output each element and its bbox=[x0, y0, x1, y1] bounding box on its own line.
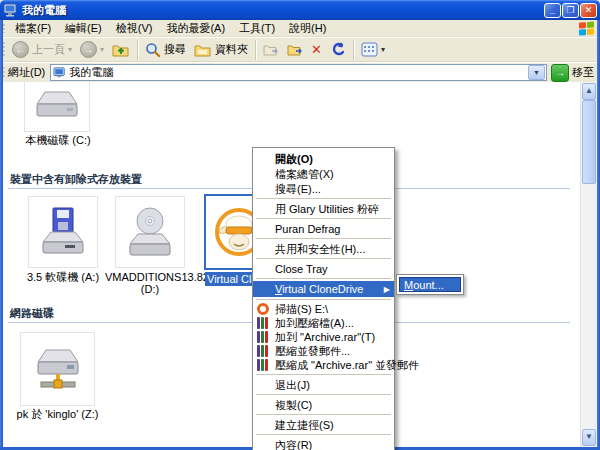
drive-label-a[interactable]: 3.5 軟碟機 (A:) bbox=[18, 271, 108, 283]
add-to-archive-rar-label: 加到 "Archive.rar"(T) bbox=[275, 331, 375, 343]
context-item-open[interactable]: 開啟(O) bbox=[253, 151, 394, 166]
back-label: 上一頁 bbox=[32, 42, 65, 57]
menu-edit[interactable]: 編輯(E) bbox=[58, 20, 109, 37]
views-icon bbox=[361, 42, 378, 57]
address-bar: 網址(D) 我的電腦 ▼ → 移至 bbox=[0, 62, 600, 82]
menu-separator bbox=[256, 238, 391, 239]
winrar-icon bbox=[257, 317, 269, 329]
move-to-icon bbox=[263, 43, 279, 57]
drive-label-d[interactable]: VMADDITIONS13.820 (D:) bbox=[105, 271, 195, 295]
folders-button[interactable]: 資料夾 bbox=[190, 40, 252, 60]
compress-email-label: 壓縮並發郵件... bbox=[275, 345, 350, 357]
forward-button[interactable]: → ▾ bbox=[76, 39, 108, 60]
drive-label-c[interactable]: 本機磁碟 (C:) bbox=[12, 134, 104, 146]
context-item-close-tray[interactable]: Close Tray bbox=[253, 261, 394, 276]
menu-separator bbox=[256, 198, 391, 199]
menu-separator bbox=[256, 258, 391, 259]
context-item-explorer[interactable]: 檔案總管(X) bbox=[253, 166, 394, 181]
context-item-glary-shred[interactable]: 用 Glary Utilities 粉碎 bbox=[253, 201, 394, 216]
menu-favorites[interactable]: 我的最愛(A) bbox=[159, 20, 232, 37]
context-item-eject[interactable]: 退出(J) bbox=[253, 377, 394, 392]
toolbar-separator bbox=[255, 40, 256, 60]
menu-separator bbox=[256, 299, 391, 300]
winrar-icon bbox=[257, 359, 269, 371]
drive-tile-a[interactable] bbox=[28, 196, 98, 268]
address-dropdown-icon[interactable]: ▼ bbox=[528, 65, 545, 80]
menu-bar: 檔案(F) 編輯(E) 檢視(V) 我的最愛(A) 工具(T) 說明(H) bbox=[0, 20, 600, 37]
context-item-copy[interactable]: 複製(C) bbox=[253, 397, 394, 412]
menu-view[interactable]: 檢視(V) bbox=[109, 20, 160, 37]
delete-icon: ✕ bbox=[311, 43, 322, 56]
views-dropdown-icon[interactable]: ▾ bbox=[381, 45, 385, 54]
winrar-icon bbox=[257, 345, 269, 357]
menu-help[interactable]: 說明(H) bbox=[282, 20, 333, 37]
context-item-properties[interactable]: 內容(R) bbox=[253, 437, 394, 450]
copy-to-icon bbox=[287, 43, 303, 57]
windows-logo-icon bbox=[578, 20, 597, 38]
minimize-button[interactable]: _ bbox=[544, 3, 561, 18]
drive-tile-z[interactable] bbox=[20, 332, 95, 406]
scroll-down-icon[interactable]: ▼ bbox=[582, 429, 596, 446]
back-icon: ← bbox=[12, 41, 29, 58]
computer-icon bbox=[53, 67, 66, 79]
copy-to-button[interactable] bbox=[283, 41, 307, 59]
computer-icon bbox=[3, 3, 18, 17]
context-item-puran-defrag[interactable]: Puran Defrag bbox=[253, 221, 394, 236]
drive-tile-d[interactable] bbox=[115, 196, 185, 268]
menu-tools[interactable]: 工具(T) bbox=[232, 20, 282, 37]
context-item-compress-rar-email[interactable]: 壓縮成 "Archive.rar" 並發郵件 bbox=[253, 358, 394, 372]
antivirus-scan-icon bbox=[257, 303, 269, 315]
address-value[interactable]: 我的電腦 bbox=[69, 65, 528, 80]
menu-file[interactable]: 檔案(F) bbox=[8, 20, 58, 37]
back-button[interactable]: ← 上一頁 ▾ bbox=[8, 39, 76, 60]
undo-icon bbox=[330, 42, 346, 57]
forward-icon: → bbox=[80, 41, 97, 58]
delete-button[interactable]: ✕ bbox=[307, 41, 326, 58]
close-button[interactable]: ✕ bbox=[580, 3, 597, 18]
restore-button[interactable]: ❐ bbox=[562, 3, 579, 18]
toolbar-separator bbox=[353, 40, 354, 60]
search-button[interactable]: 搜尋 bbox=[141, 40, 190, 60]
context-item-create-shortcut[interactable]: 建立捷徑(S) bbox=[253, 417, 394, 432]
add-to-archive-label: 加到壓縮檔(A)... bbox=[275, 317, 354, 329]
scan-label: 掃描(S) E:\ bbox=[275, 303, 328, 315]
up-button[interactable] bbox=[108, 40, 134, 60]
address-combo[interactable]: 我的電腦 ▼ bbox=[50, 64, 547, 81]
context-item-scan[interactable]: 掃描(S) E:\ bbox=[253, 302, 394, 316]
go-button[interactable]: → 移至 bbox=[547, 64, 600, 82]
move-to-button[interactable] bbox=[259, 41, 283, 59]
drive-label-z[interactable]: pk 於 'kinglo' (Z:) bbox=[10, 408, 105, 420]
menu-separator bbox=[256, 414, 391, 415]
virtual-clonedrive-label: Virtual CloneDrive bbox=[275, 283, 363, 295]
hard-drive-icon bbox=[34, 86, 80, 120]
submenu-item-mount[interactable]: Mount... bbox=[399, 277, 461, 292]
context-item-compress-email[interactable]: 壓縮並發郵件... bbox=[253, 344, 394, 358]
back-dropdown-icon[interactable]: ▾ bbox=[68, 45, 72, 54]
menu-separator bbox=[256, 434, 391, 435]
title-bar[interactable]: 我的電腦 _ ❐ ✕ bbox=[0, 0, 600, 20]
search-label: 搜尋 bbox=[164, 42, 186, 57]
scroll-up-icon[interactable]: ▲ bbox=[582, 83, 596, 100]
go-arrow-icon: → bbox=[551, 64, 569, 82]
undo-button[interactable] bbox=[326, 40, 350, 59]
context-item-virtual-clonedrive[interactable]: Virtual CloneDrive ▶ bbox=[253, 281, 394, 297]
drive-tile-c[interactable] bbox=[24, 82, 90, 132]
scrollbar-thumb[interactable] bbox=[582, 100, 596, 184]
group-header-network: 網路磁碟 bbox=[10, 306, 54, 321]
menu-separator bbox=[256, 374, 391, 375]
drive-label-virtual-clonedrive[interactable]: Virtual Clone... bbox=[205, 272, 259, 286]
floppy-drive-icon bbox=[39, 206, 87, 258]
up-folder-icon bbox=[112, 42, 130, 58]
address-label: 網址(D) bbox=[8, 65, 45, 80]
context-item-add-to-archive-rar[interactable]: 加到 "Archive.rar"(T) bbox=[253, 330, 394, 344]
winrar-icon bbox=[257, 331, 269, 343]
virtual-clonedrive-submenu: Mount... bbox=[396, 274, 464, 295]
submenu-arrow-icon: ▶ bbox=[384, 284, 390, 296]
context-item-search[interactable]: 搜尋(E)... bbox=[253, 181, 394, 196]
menu-separator bbox=[256, 218, 391, 219]
views-button[interactable]: ▾ bbox=[357, 40, 389, 59]
context-item-sharing-security[interactable]: 共用和安全性(H)... bbox=[253, 241, 394, 256]
forward-dropdown-icon[interactable]: ▾ bbox=[100, 45, 104, 54]
context-item-add-to-archive[interactable]: 加到壓縮檔(A)... bbox=[253, 316, 394, 330]
vertical-scrollbar[interactable]: ▲ ▼ bbox=[580, 82, 597, 447]
